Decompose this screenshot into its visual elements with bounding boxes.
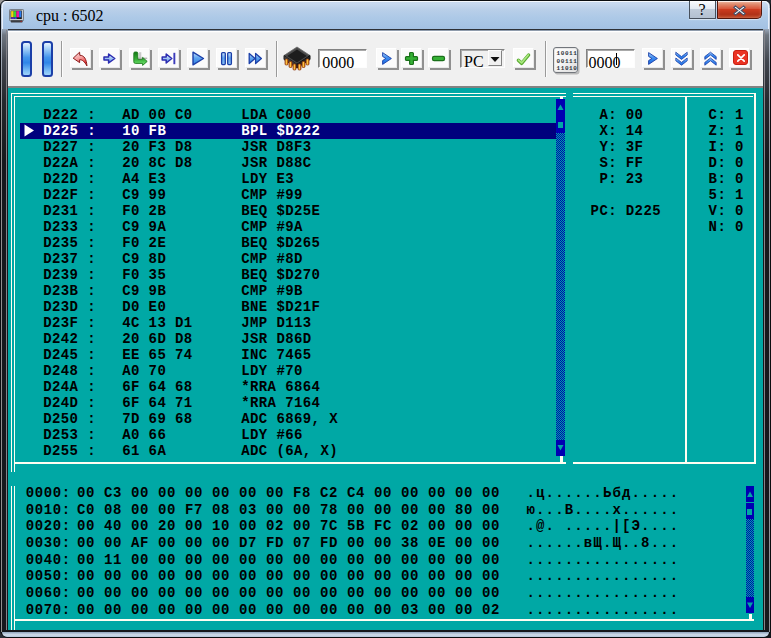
svg-text:11010: 11010 [556, 65, 577, 72]
svg-text:10011: 10011 [556, 50, 577, 57]
svg-text:00111: 00111 [556, 57, 577, 64]
